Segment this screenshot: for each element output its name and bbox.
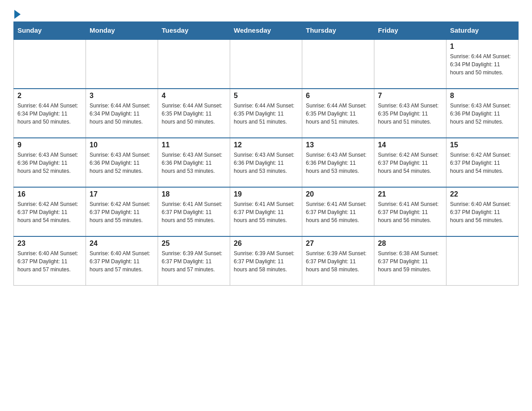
day-info: Sunrise: 6:41 AM Sunset: 6:37 PM Dayligh… [162,200,226,224]
calendar-cell: 2Sunrise: 6:44 AM Sunset: 6:34 PM Daylig… [14,89,86,138]
calendar-cell: 5Sunrise: 6:44 AM Sunset: 6:35 PM Daylig… [230,89,302,138]
calendar-cell: 26Sunrise: 6:39 AM Sunset: 6:37 PM Dayli… [230,236,302,286]
weekday-header-sunday: Sunday [14,22,86,39]
day-number: 22 [450,190,515,198]
calendar-cell: 28Sunrise: 6:38 AM Sunset: 6:37 PM Dayli… [374,236,446,286]
day-number: 11 [162,141,226,149]
day-info: Sunrise: 6:41 AM Sunset: 6:37 PM Dayligh… [378,200,442,224]
calendar-cell [374,39,446,89]
calendar-cell: 7Sunrise: 6:43 AM Sunset: 6:35 PM Daylig… [374,89,446,138]
calendar-cell: 4Sunrise: 6:44 AM Sunset: 6:35 PM Daylig… [158,89,230,138]
day-info: Sunrise: 6:44 AM Sunset: 6:35 PM Dayligh… [162,102,226,126]
day-info: Sunrise: 6:40 AM Sunset: 6:37 PM Dayligh… [90,249,154,274]
calendar-cell: 19Sunrise: 6:41 AM Sunset: 6:37 PM Dayli… [230,187,302,236]
calendar-cell: 18Sunrise: 6:41 AM Sunset: 6:37 PM Dayli… [158,187,230,236]
week-row-5: 23Sunrise: 6:40 AM Sunset: 6:37 PM Dayli… [14,236,519,286]
day-number: 21 [378,190,442,198]
calendar-cell: 17Sunrise: 6:42 AM Sunset: 6:37 PM Dayli… [86,187,158,236]
day-number: 9 [17,141,82,149]
day-number: 28 [378,240,442,248]
day-number: 15 [450,141,515,149]
day-number: 5 [234,92,298,100]
calendar-cell [86,39,158,89]
day-number: 7 [378,92,442,100]
day-info: Sunrise: 6:44 AM Sunset: 6:34 PM Dayligh… [450,52,515,77]
calendar-cell: 3Sunrise: 6:44 AM Sunset: 6:34 PM Daylig… [86,89,158,138]
calendar-cell [302,39,374,89]
weekday-header-thursday: Thursday [302,22,374,39]
day-info: Sunrise: 6:43 AM Sunset: 6:36 PM Dayligh… [450,102,515,126]
day-info: Sunrise: 6:43 AM Sunset: 6:36 PM Dayligh… [306,151,370,175]
day-number: 23 [17,240,82,248]
calendar-cell: 8Sunrise: 6:43 AM Sunset: 6:36 PM Daylig… [446,89,519,138]
day-info: Sunrise: 6:44 AM Sunset: 6:34 PM Dayligh… [17,102,82,126]
day-info: Sunrise: 6:39 AM Sunset: 6:37 PM Dayligh… [306,249,370,274]
calendar-cell: 27Sunrise: 6:39 AM Sunset: 6:37 PM Dayli… [302,236,374,286]
day-number: 14 [378,141,442,149]
calendar-cell: 6Sunrise: 6:44 AM Sunset: 6:35 PM Daylig… [302,89,374,138]
calendar-cell: 13Sunrise: 6:43 AM Sunset: 6:36 PM Dayli… [302,138,374,187]
calendar-cell: 10Sunrise: 6:43 AM Sunset: 6:36 PM Dayli… [86,138,158,187]
day-number: 12 [234,141,298,149]
day-info: Sunrise: 6:41 AM Sunset: 6:37 PM Dayligh… [306,200,370,224]
weekday-header-friday: Friday [374,22,446,39]
day-number: 10 [90,141,154,149]
day-info: Sunrise: 6:43 AM Sunset: 6:36 PM Dayligh… [234,151,298,175]
day-number: 27 [306,240,370,248]
calendar-cell [158,39,230,89]
calendar-cell: 22Sunrise: 6:40 AM Sunset: 6:37 PM Dayli… [446,187,519,236]
logo-arrow-icon [14,10,21,19]
logo [13,9,21,17]
day-number: 4 [162,92,226,100]
day-info: Sunrise: 6:44 AM Sunset: 6:35 PM Dayligh… [306,102,370,126]
day-number: 24 [90,240,154,248]
weekday-header-wednesday: Wednesday [230,22,302,39]
day-number: 18 [162,190,226,198]
day-number: 20 [306,190,370,198]
day-info: Sunrise: 6:43 AM Sunset: 6:35 PM Dayligh… [378,102,442,126]
day-info: Sunrise: 6:44 AM Sunset: 6:34 PM Dayligh… [90,102,154,126]
day-info: Sunrise: 6:38 AM Sunset: 6:37 PM Dayligh… [378,249,442,274]
day-number: 25 [162,240,226,248]
day-number: 13 [306,141,370,149]
day-number: 8 [450,92,515,100]
week-row-4: 16Sunrise: 6:42 AM Sunset: 6:37 PM Dayli… [14,187,519,236]
day-info: Sunrise: 6:42 AM Sunset: 6:37 PM Dayligh… [90,200,154,224]
day-info: Sunrise: 6:43 AM Sunset: 6:36 PM Dayligh… [90,151,154,175]
calendar-cell [230,39,302,89]
week-row-1: 1Sunrise: 6:44 AM Sunset: 6:34 PM Daylig… [14,39,519,89]
calendar-cell: 12Sunrise: 6:43 AM Sunset: 6:36 PM Dayli… [230,138,302,187]
weekday-header-tuesday: Tuesday [158,22,230,39]
calendar-cell: 9Sunrise: 6:43 AM Sunset: 6:36 PM Daylig… [14,138,86,187]
day-info: Sunrise: 6:43 AM Sunset: 6:36 PM Dayligh… [17,151,82,175]
day-info: Sunrise: 6:42 AM Sunset: 6:37 PM Dayligh… [378,151,442,175]
day-info: Sunrise: 6:42 AM Sunset: 6:37 PM Dayligh… [17,200,82,224]
calendar-cell: 21Sunrise: 6:41 AM Sunset: 6:37 PM Dayli… [374,187,446,236]
calendar-cell: 15Sunrise: 6:42 AM Sunset: 6:37 PM Dayli… [446,138,519,187]
calendar-cell: 20Sunrise: 6:41 AM Sunset: 6:37 PM Dayli… [302,187,374,236]
day-info: Sunrise: 6:40 AM Sunset: 6:37 PM Dayligh… [450,200,515,224]
day-info: Sunrise: 6:44 AM Sunset: 6:35 PM Dayligh… [234,102,298,126]
weekday-header-monday: Monday [86,22,158,39]
calendar-cell: 16Sunrise: 6:42 AM Sunset: 6:37 PM Dayli… [14,187,86,236]
day-info: Sunrise: 6:41 AM Sunset: 6:37 PM Dayligh… [234,200,298,224]
calendar-cell [446,236,519,286]
calendar-cell: 11Sunrise: 6:43 AM Sunset: 6:36 PM Dayli… [158,138,230,187]
calendar-cell: 23Sunrise: 6:40 AM Sunset: 6:37 PM Dayli… [14,236,86,286]
day-number: 16 [17,190,82,198]
week-row-3: 9Sunrise: 6:43 AM Sunset: 6:36 PM Daylig… [14,138,519,187]
day-number: 3 [90,92,154,100]
day-number: 6 [306,92,370,100]
calendar-cell [14,39,86,89]
weekday-header-saturday: Saturday [446,22,519,39]
day-info: Sunrise: 6:43 AM Sunset: 6:36 PM Dayligh… [162,151,226,175]
week-row-2: 2Sunrise: 6:44 AM Sunset: 6:34 PM Daylig… [14,89,519,138]
weekday-header-row: SundayMondayTuesdayWednesdayThursdayFrid… [14,22,519,39]
day-info: Sunrise: 6:40 AM Sunset: 6:37 PM Dayligh… [17,249,82,274]
calendar-table: SundayMondayTuesdayWednesdayThursdayFrid… [13,21,519,286]
day-info: Sunrise: 6:39 AM Sunset: 6:37 PM Dayligh… [162,249,226,274]
day-info: Sunrise: 6:39 AM Sunset: 6:37 PM Dayligh… [234,249,298,274]
day-number: 1 [450,43,515,51]
day-number: 17 [90,190,154,198]
page-header [13,9,519,17]
